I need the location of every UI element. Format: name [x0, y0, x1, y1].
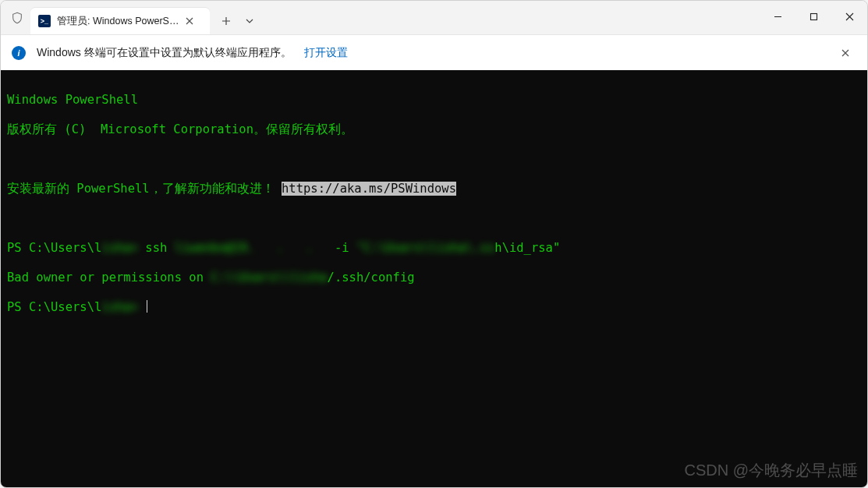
close-window-button[interactable]	[831, 1, 867, 32]
new-tab-button[interactable]	[213, 10, 239, 32]
tab-title: 管理员: Windows PowerShell	[57, 15, 182, 28]
info-bar: i Windows 终端可在设置中设置为默认终端应用程序。 打开设置	[1, 34, 867, 70]
terminal-line: PS C:\Users\lisha>	[7, 300, 861, 315]
info-message: Windows 终端可在设置中设置为默认终端应用程序。	[37, 46, 292, 60]
terminal-line: Windows PowerShell	[7, 93, 861, 108]
terminal-link[interactable]: https://aka.ms/PSWindows	[282, 182, 456, 196]
powershell-icon: >_	[38, 15, 51, 27]
svg-rect-5	[810, 13, 817, 19]
window-controls	[760, 1, 867, 32]
terminal-cursor	[147, 300, 147, 313]
new-tab-dropdown[interactable]	[239, 10, 260, 32]
dismiss-info-button[interactable]	[834, 42, 856, 64]
terminal-pane[interactable]: Windows PowerShell 版权所有 (C) Microsoft Co…	[1, 70, 867, 487]
terminal-line	[7, 152, 861, 167]
open-settings-link[interactable]: 打开设置	[304, 46, 348, 60]
terminal-line: 安装最新的 PowerShell，了解新功能和改进！ https://aka.m…	[7, 182, 861, 196]
watermark: CSDN @今晚务必早点睡	[684, 463, 858, 478]
shield-icon	[9, 9, 26, 27]
minimize-button[interactable]	[760, 1, 795, 32]
titlebar: >_ 管理员: Windows PowerShell	[1, 1, 867, 34]
terminal-line: PS C:\Users\lisha> ssh liwenbo@19. . . -…	[7, 241, 861, 256]
tab-close-button[interactable]	[182, 13, 197, 29]
maximize-button[interactable]	[795, 1, 831, 32]
tab-active[interactable]: >_ 管理员: Windows PowerShell	[30, 8, 210, 34]
terminal-line: Bad owner or permissions on C:\\Users\\l…	[7, 271, 861, 285]
terminal-line	[7, 211, 861, 226]
info-icon: i	[12, 46, 26, 60]
terminal-line: 版权所有 (C) Microsoft Corporation。保留所有权利。	[7, 122, 861, 137]
